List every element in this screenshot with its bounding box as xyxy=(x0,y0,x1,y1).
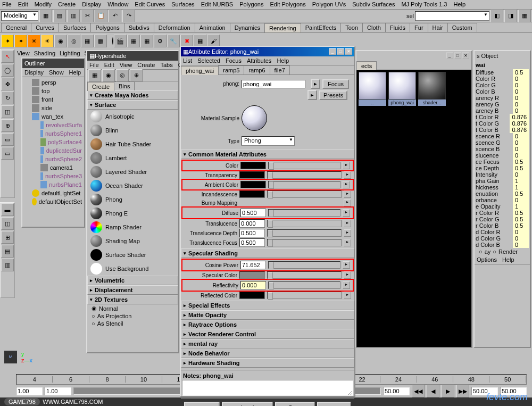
diffuse-field[interactable] xyxy=(240,209,266,217)
channel-attr-value[interactable]: 0.5 xyxy=(513,222,529,229)
tree-item[interactable]: defaultObjectSet xyxy=(23,197,83,206)
shelf-tab-painteffects[interactable]: PaintEffects xyxy=(301,23,342,32)
ae-tab[interactable]: file7 xyxy=(270,65,290,74)
channel-row[interactable]: scence G0 xyxy=(475,139,530,146)
tree-item[interactable]: nurbsSphere2 xyxy=(23,155,83,163)
timeline-tick[interactable]: 4 xyxy=(16,376,53,383)
channel-row[interactable]: d Color G0 xyxy=(475,235,530,242)
hs-menu[interactable]: Create xyxy=(137,62,155,68)
render-icon[interactable]: ▦ xyxy=(140,35,153,47)
hs-menu[interactable]: Edit xyxy=(104,62,114,68)
channel-attr-value[interactable]: 0 xyxy=(513,139,529,146)
shader-layered-shader[interactable]: Layered Shader xyxy=(87,165,178,179)
matte-section[interactable]: Matte Opacity xyxy=(181,310,354,320)
light-icon[interactable]: ☀ xyxy=(28,35,40,47)
vp-menu[interactable]: Shading xyxy=(34,50,55,56)
tree-item-label[interactable]: front xyxy=(41,96,53,103)
tree-item-label[interactable]: defaultLightSet xyxy=(41,190,80,196)
channel-row[interactable]: arency B0 xyxy=(475,107,530,114)
tree-item[interactable]: top xyxy=(23,87,83,95)
channel-row[interactable]: t Color G0.876 xyxy=(475,120,530,127)
shelf-tab-custom[interactable]: Custom xyxy=(447,23,477,32)
type-dropdown[interactable]: Phong xyxy=(242,136,295,146)
channel-attrs[interactable]: Diffuse0.5Color R0Color G0Color B0arency… xyxy=(475,69,530,248)
goto-btn[interactable]: ▸ xyxy=(311,79,320,89)
channel-row[interactable]: scence B0 xyxy=(475,146,530,152)
channel-attr-value[interactable]: 0 xyxy=(513,95,529,101)
transfocus-field[interactable] xyxy=(239,238,265,247)
shader-swatch[interactable] xyxy=(359,72,386,100)
hs-menu[interactable]: View xyxy=(120,62,132,68)
channel-row[interactable]: arency R0 xyxy=(475,95,530,101)
channel-row[interactable]: d Color R0 xyxy=(475,229,530,235)
outliner-tree[interactable]: persptopfrontsidewan_texrevolvedSurfanur… xyxy=(22,77,84,207)
channel-row[interactable]: scence R0 xyxy=(475,133,530,139)
map-button[interactable]: ▸ xyxy=(343,261,350,269)
create-nodes-heading[interactable]: Create Maya Nodes xyxy=(87,90,178,100)
vp-menu[interactable]: View xyxy=(17,50,30,56)
render-icon[interactable]: 🔧 xyxy=(167,35,180,47)
hypershade-menus[interactable]: FileEditViewCreateTabsGrapl xyxy=(87,61,178,70)
map-button[interactable]: ▸ xyxy=(344,292,351,299)
channel-row[interactable]: hickness1 xyxy=(475,184,530,190)
channel-row[interactable]: Intensity0 xyxy=(475,171,530,178)
tree-item[interactable]: persp xyxy=(23,78,83,87)
shader-phong-e[interactable]: Phong E xyxy=(87,206,178,220)
shader-blinn[interactable]: Blinn xyxy=(87,123,178,137)
maximize-icon[interactable]: □ xyxy=(337,48,344,55)
map-button[interactable]: ▸ xyxy=(344,190,351,198)
tree-item[interactable]: nurbsPlane1 xyxy=(23,180,83,189)
channel-row[interactable]: Diffuse0.5 xyxy=(475,69,530,76)
layout-icon[interactable]: ▬ xyxy=(1,203,14,216)
channel-row[interactable]: enuation0.5 xyxy=(475,190,530,197)
color-slider[interactable] xyxy=(268,162,340,169)
light-icon[interactable]: ◎ xyxy=(68,35,80,47)
map-button[interactable]: ▸ xyxy=(343,281,350,289)
shader-ramp-shader[interactable]: Ramp Shader xyxy=(87,220,178,234)
attr-editor-menus[interactable]: ListSelectedFocusAttributesHelp xyxy=(181,56,354,65)
tree-item-label[interactable]: nurbsSphere1 xyxy=(45,130,82,137)
channel-attr-value[interactable]: 0.5 xyxy=(513,216,529,222)
minimize-icon[interactable]: _ xyxy=(446,53,453,59)
play-fwd-icon[interactable]: ▶▶ xyxy=(456,385,469,397)
ambient-chip[interactable] xyxy=(240,181,266,188)
map-button[interactable]: ▸ xyxy=(343,181,350,188)
specular-section[interactable]: Specular Shading xyxy=(181,248,354,258)
light-icon[interactable]: ☀ xyxy=(41,35,54,47)
maximize-icon[interactable]: □ xyxy=(454,53,461,59)
hs-work-titlebar[interactable]: _□✕ xyxy=(356,51,471,61)
mode-dropdown[interactable]: Modeling xyxy=(1,11,38,21)
timeline-tick[interactable]: 8 xyxy=(89,376,126,383)
radio-normal[interactable]: ◉ Normal xyxy=(87,304,178,312)
tool-icon[interactable]: ▭ xyxy=(1,147,14,160)
hs-swatch-area[interactable]: .. phong_wai shader... xyxy=(356,70,471,108)
shader-anisotropic[interactable]: Anisotropic xyxy=(87,110,178,123)
tree-item[interactable]: side xyxy=(23,104,83,112)
layout-icon[interactable]: ◫ xyxy=(1,217,14,230)
mental-section[interactable]: mental ray xyxy=(181,339,354,349)
channel-attr-value[interactable]: 1 xyxy=(513,178,529,184)
toolbar-icon[interactable]: 📋 xyxy=(95,10,107,22)
shelf-tab-hair[interactable]: Hair xyxy=(428,23,448,32)
tree-item-label[interactable]: side xyxy=(41,105,52,111)
tree-item[interactable]: camera1 xyxy=(23,163,83,172)
select-button[interactable]: Select xyxy=(184,402,220,406)
scale-tool-icon[interactable]: ◫ xyxy=(1,105,14,118)
volumetric-section[interactable]: Volumetric xyxy=(87,276,178,285)
channel-row[interactable]: d Color B0 xyxy=(475,242,530,248)
channel-attr-value[interactable]: 0 xyxy=(513,146,529,152)
tree-item-label[interactable]: polySurface4 xyxy=(48,139,82,145)
tree-item-label[interactable]: duplicatedSur xyxy=(46,147,82,154)
channel-attr-value[interactable]: 0 xyxy=(513,152,529,159)
channel-attr-value[interactable]: 0.5 xyxy=(513,159,529,165)
outliner-menus[interactable]: DisplayShowHelp xyxy=(22,68,84,77)
channel-row[interactable]: pha Gain1 xyxy=(475,178,530,184)
map-button[interactable]: ▸ xyxy=(344,239,351,246)
ae-menu[interactable]: Focus xyxy=(226,57,242,64)
timeline-tick[interactable]: 50 xyxy=(489,376,526,383)
shader-swatch[interactable] xyxy=(418,72,446,100)
shelf-tab-general[interactable]: General xyxy=(1,23,31,32)
surface-section[interactable]: Surface xyxy=(87,100,178,110)
ae-menu[interactable]: Help xyxy=(277,57,289,64)
channel-row[interactable]: r Color B0.5 xyxy=(475,222,530,229)
